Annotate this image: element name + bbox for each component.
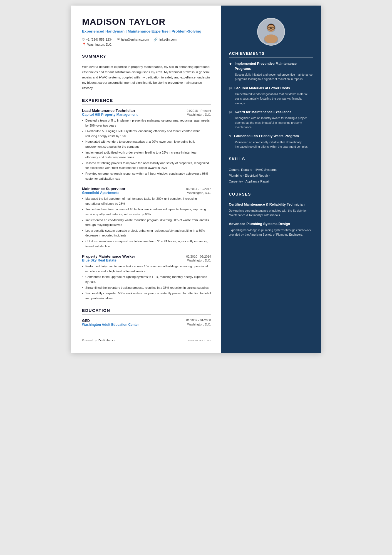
phone-icon: ✆ [82, 38, 85, 41]
achievement-item-2: ⚐ Secured Materials at Lower Costs Orche… [229, 86, 313, 105]
job-block-3: Property Maintenance Worker 02/2010 - 05… [82, 254, 211, 301]
achievement-item-1: ★ Implemented Preventive Maintenance Pro… [229, 61, 313, 82]
summary-text: With over a decade of expertise in prope… [82, 64, 211, 91]
bullet-2-5: Cut down maintenance request resolution … [82, 239, 211, 249]
education-section: EDUCATION GED 01/2007 - 01/2008 Washingt… [82, 308, 211, 327]
job-bullets-2: Managed the full spectrum of maintenance… [82, 196, 211, 249]
achievement-desc-1: Successfully initiated and governed prev… [229, 72, 313, 82]
achievement-header-1: ★ Implemented Preventive Maintenance Pro… [229, 61, 313, 71]
bullet-1-6: Provided emergency repair response withi… [82, 171, 211, 181]
edu-school-1: Washington Adult Education Center [82, 323, 139, 327]
job-header-1: Lead Maintenance Technician 01/2018 - Pr… [82, 108, 211, 113]
person-silhouette [260, 21, 282, 43]
job-company-row-1: Capitol Hill Property Management Washing… [82, 113, 211, 117]
bullet-1-2: Overhauled 50+ aging HVAC systems, enhan… [82, 129, 211, 139]
right-column: ACHIEVEMENTS ★ Implemented Preventive Ma… [221, 6, 321, 353]
skills-label: SKILLS [229, 157, 313, 161]
candidate-name: MADISON TAYLOR [82, 17, 211, 27]
job-location-1: Washington, D.C. [187, 113, 211, 116]
pencil-icon: ✎ [229, 134, 232, 139]
star-icon: ★ [229, 62, 232, 66]
education-label: EDUCATION [82, 308, 211, 313]
contact-info: ✆ +1-(234)-555-1234 ✉ help@enhancv.com 🔗… [82, 38, 211, 41]
course-title-1: Certified Maintenance & Reliability Tech… [229, 202, 313, 207]
edu-dates-1: 01/2007 - 01/2008 [186, 319, 211, 323]
course-desc-1: Delving into core maintenance principles… [229, 208, 313, 218]
achievement-header-4: ✎ Launched Eco-Friendly Waste Program [229, 134, 313, 139]
achievement-title-2: Secured Materials at Lower Costs [234, 86, 290, 91]
bullet-2-1: Managed the full spectrum of maintenance… [82, 196, 211, 206]
bullet-3-4: Successfully completed 500+ work orders … [82, 291, 211, 301]
bullet-3-2: Contributed to the upgrade of lighting s… [82, 275, 211, 284]
job-company-row-2: Greenfield Apartments Washington, D.C. [82, 191, 211, 195]
course-desc-2: Expanding knowledge in plumbing systems … [229, 228, 313, 237]
achievements-section: ACHIEVEMENTS ★ Implemented Preventive Ma… [229, 51, 313, 149]
enhancv-logo: Enhancv [98, 339, 115, 342]
job-block-1: Lead Maintenance Technician 01/2018 - Pr… [82, 108, 211, 181]
achievement-desc-3: Recognized with an industry award for le… [229, 116, 313, 129]
footer: Powered by Enhancv www.enhancv.com [82, 335, 211, 342]
job-company-3: Blue Sky Real Estate [82, 258, 116, 262]
job-dates-2: 06/2014 - 12/2017 [186, 187, 211, 191]
achievement-header-2: ⚐ Secured Materials at Lower Costs [229, 86, 313, 91]
contact-location-row: 📍 Washington, D.C. [82, 43, 211, 46]
profile-photo [257, 18, 285, 46]
edu-degree-1: GED [82, 319, 90, 323]
achievement-header-3: ⚐ Award for Maintenance Excellence [229, 110, 313, 115]
email-icon: ✉ [117, 38, 120, 41]
achievement-item-3: ⚐ Award for Maintenance Excellence Recog… [229, 110, 313, 129]
footer-url: www.enhancv.com [188, 339, 211, 342]
summary-label: SUMMARY [82, 54, 211, 58]
candidate-title: Experienced Handyman | Maintenance Exper… [82, 29, 211, 34]
achievements-divider [229, 57, 313, 58]
course-item-2: Advanced Plumbing Systems Design Expandi… [229, 222, 313, 237]
bullet-2-2: Trained and mentored a team of 10 techni… [82, 207, 211, 217]
edu-school-row-1: Washington Adult Education Center Washin… [82, 323, 211, 327]
skills-text: General Repairs · HVAC Systems · Plumbin… [229, 167, 313, 184]
experience-label: EXPERIENCE [82, 98, 211, 103]
job-location-3: Washington, D.C. [187, 259, 211, 262]
summary-divider [82, 60, 211, 60]
education-divider [82, 314, 211, 315]
job-location-2: Washington, D.C. [187, 191, 211, 194]
skills-divider [229, 163, 313, 163]
job-header-2: Maintenance Supervisor 06/2014 - 12/2017 [82, 187, 211, 191]
bullet-1-5: Tailored retrofitting projects to improv… [82, 161, 211, 171]
flag-icon-1: ⚐ [229, 86, 232, 91]
footer-powered: Powered by Enhancv [82, 339, 115, 342]
job-header-3: Property Maintenance Worker 02/2010 - 05… [82, 254, 211, 258]
courses-section: COURSES Certified Maintenance & Reliabil… [229, 192, 313, 237]
logo-icon [98, 339, 103, 342]
contact-website: 🔗 linkedin.com [153, 38, 177, 41]
summary-section: SUMMARY With over a decade of expertise … [82, 54, 211, 91]
courses-divider [229, 198, 313, 198]
contact-phone: ✆ +1-(234)-555-1234 [82, 38, 113, 41]
bullet-3-1: Performed daily maintenance tasks across… [82, 264, 211, 274]
achievement-title-4: Launched Eco-Friendly Waste Program [234, 134, 299, 139]
left-column: MADISON TAYLOR Experienced Handyman | Ma… [71, 6, 221, 353]
achievement-desc-4: Pioneered an eco-friendly initiative tha… [229, 140, 313, 149]
bullet-2-3: Implemented an eco-friendly waste reduct… [82, 218, 211, 228]
job-dates-1: 01/2018 - Present [187, 109, 211, 112]
contact-email: ✉ help@enhancv.com [117, 38, 149, 41]
achievement-title-3: Award for Maintenance Excellence [234, 110, 291, 115]
job-block-2: Maintenance Supervisor 06/2014 - 12/2017… [82, 187, 211, 249]
contact-location: 📍 Washington, D.C. [82, 43, 112, 46]
flag-icon-2: ⚐ [229, 110, 232, 115]
experience-section: EXPERIENCE Lead Maintenance Technician 0… [82, 98, 211, 301]
job-title-3: Property Maintenance Worker [82, 254, 135, 258]
job-title-1: Lead Maintenance Technician [82, 108, 135, 113]
bullet-2-4: Led a security system upgrade project, e… [82, 228, 211, 238]
course-item-1: Certified Maintenance & Reliability Tech… [229, 202, 313, 217]
bullet-1-1: Directed a team of 5 to implement preven… [82, 118, 211, 128]
profile-photo-wrapper [229, 18, 313, 46]
job-dates-3: 02/2010 - 05/2014 [186, 255, 211, 258]
job-title-2: Maintenance Supervisor [82, 187, 125, 191]
edu-location-1: Washington, D.C. [187, 323, 211, 327]
bullet-1-4: Implemented a digitized work order syste… [82, 150, 211, 160]
job-company-row-3: Blue Sky Real Estate Washington, D.C. [82, 258, 211, 262]
location-icon: 📍 [82, 43, 86, 46]
skills-section: SKILLS General Repairs · HVAC Systems · … [229, 157, 313, 184]
experience-divider [82, 104, 211, 105]
header: MADISON TAYLOR Experienced Handyman | Ma… [82, 17, 211, 46]
